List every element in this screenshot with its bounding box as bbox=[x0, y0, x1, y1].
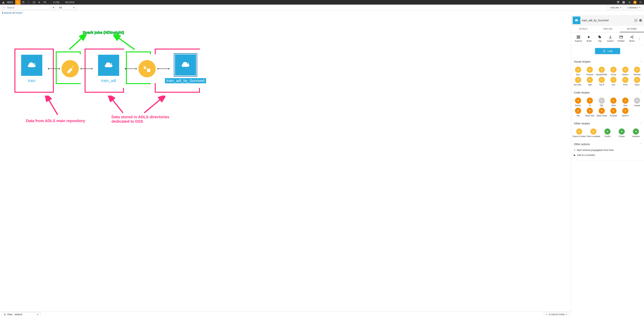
datasets-nav-icon[interactable] bbox=[20, 0, 26, 4]
filter-button[interactable] bbox=[51, 5, 56, 10]
section-other-actions-header[interactable]: Other actions ⌃ bbox=[571, 141, 644, 148]
check-icon[interactable] bbox=[634, 19, 638, 22]
recipe-split[interactable]: Split bbox=[584, 76, 596, 86]
flow-actions-button[interactable]: FLOW ACTIONS ▼ bbox=[544, 312, 569, 316]
recipe-spark-r[interactable]: Spark R bbox=[620, 107, 631, 117]
project-title[interactable]: ADLS bbox=[7, 1, 13, 4]
recipe-icon bbox=[599, 67, 605, 73]
search-icon[interactable] bbox=[638, 0, 642, 4]
section-code-header[interactable]: Code recipes ⌃ bbox=[571, 89, 644, 96]
action-publish[interactable]: Publish bbox=[616, 35, 626, 42]
recipe-hive[interactable]: Hive bbox=[620, 97, 631, 107]
tab-details[interactable]: DETAILS bbox=[571, 26, 595, 32]
recipe-icon bbox=[634, 98, 640, 104]
activity-icon[interactable] bbox=[628, 0, 631, 4]
other-action-item[interactable]: ▶Add to a scenario bbox=[574, 153, 641, 158]
lab-button[interactable]: LAB bbox=[595, 48, 620, 54]
recipe-prepare[interactable]: Prepare bbox=[584, 66, 596, 76]
jobs-nav-icon[interactable] bbox=[37, 0, 42, 4]
filter-dropdown[interactable]: All ▼ bbox=[57, 5, 76, 10]
recipe-impala[interactable]: Impala bbox=[632, 97, 643, 107]
recipes-link[interactable]: recipes bbox=[15, 11, 23, 14]
node-label: train_adl_by_Survived bbox=[165, 78, 206, 83]
recipe-icon bbox=[634, 77, 640, 83]
dataset-node-train[interactable]: train bbox=[16, 49, 48, 88]
svg-point-51 bbox=[635, 131, 636, 132]
datasets-link[interactable]: datasets bbox=[4, 11, 12, 14]
svg-point-7 bbox=[3, 7, 4, 8]
action-label: Tag bbox=[598, 40, 602, 42]
recipe-group[interactable]: Group bbox=[608, 66, 620, 76]
recipes-nav-icon[interactable] bbox=[26, 0, 31, 4]
recipe-sample-filter[interactable]: Sample/Filter bbox=[596, 66, 608, 76]
dashboards-nav-icon[interactable] bbox=[42, 0, 48, 4]
lab-label: LAB bbox=[608, 50, 612, 53]
settings-icon[interactable] bbox=[616, 0, 620, 4]
recipe-sql[interactable]: SQL bbox=[596, 97, 608, 107]
other-action-item[interactable]: ≡Start schema propagation from here bbox=[574, 148, 641, 153]
svg-rect-3 bbox=[44, 1, 46, 3]
recipe-icon bbox=[575, 77, 581, 83]
info-icon[interactable]: i bbox=[639, 19, 642, 22]
dataset-node-train-adl[interactable]: train_adl bbox=[92, 49, 125, 88]
recipe-stack[interactable]: Stack bbox=[632, 76, 643, 86]
action-build[interactable]: Build bbox=[584, 35, 594, 42]
tab-flow[interactable]: FLOW bbox=[53, 1, 60, 3]
recipe-cluster[interactable]: Cluster bbox=[615, 128, 628, 138]
flow-search-input[interactable] bbox=[6, 6, 50, 9]
action-explore[interactable]: Explore bbox=[574, 35, 583, 42]
recipe-label: PySpark bbox=[610, 115, 617, 117]
analyses-nav-icon[interactable] bbox=[31, 0, 37, 4]
flow-search-box[interactable] bbox=[2, 5, 50, 10]
recipe-pivot[interactable]: Pivot bbox=[620, 76, 631, 86]
recipe-sort[interactable]: Sort bbox=[608, 76, 620, 86]
svg-point-24 bbox=[578, 69, 578, 70]
section-other-header[interactable]: Other recipes ⌃ bbox=[571, 120, 644, 127]
recipe-spark-scala[interactable]: Spark Scala bbox=[596, 107, 608, 117]
chevron-up-icon: ⌃ bbox=[640, 123, 641, 125]
action-label: Publish bbox=[618, 40, 624, 42]
action-label: Build bbox=[587, 40, 591, 42]
recipe-shell[interactable]: Shell bbox=[608, 97, 620, 107]
section-visual-header[interactable]: Visual recipes ⌃ bbox=[571, 58, 644, 65]
user-avatar[interactable]: A bbox=[633, 0, 637, 4]
dataset-node-train-adl-by-survived[interactable]: train_adl_by_Survived bbox=[169, 49, 202, 88]
more-actions-button[interactable]: ⋮ bbox=[638, 35, 642, 42]
recipe-node-prepare[interactable] bbox=[60, 54, 81, 83]
app-logo-icon[interactable] bbox=[2, 0, 6, 4]
recipe-join-with-[interactable]: Join with... bbox=[572, 76, 584, 86]
recipe-pig[interactable]: Pig bbox=[572, 107, 584, 117]
recipe-label: Cluster bbox=[618, 135, 625, 138]
recipe-distinct[interactable]: Distinct bbox=[620, 66, 631, 76]
recipe-r[interactable]: R bbox=[584, 97, 596, 107]
help-icon[interactable]: ? bbox=[622, 0, 626, 4]
recipe-top-n[interactable]: Top N bbox=[596, 76, 608, 86]
recipe-python[interactable]: Python bbox=[572, 97, 584, 107]
recipe-pyspark[interactable]: PySpark bbox=[608, 107, 620, 117]
flow-edge bbox=[158, 69, 169, 69]
recipe-predict[interactable]: Predict bbox=[601, 128, 614, 138]
recipe-window[interactable]: Window bbox=[632, 66, 643, 76]
annotation-spark: Spark jobs (HDInsight) bbox=[83, 30, 124, 35]
recipe-label: Sample/Filter bbox=[596, 74, 607, 76]
recipe-evaluate[interactable]: Evaluate bbox=[629, 128, 643, 138]
tab-timeline[interactable]: TIMELINE bbox=[595, 26, 620, 32]
action-share[interactable]: Share bbox=[627, 35, 637, 42]
add-recipe-button[interactable]: + RECIPE ▼ bbox=[608, 5, 624, 10]
svg-point-45 bbox=[613, 110, 614, 111]
view-selector[interactable]: View : default ▼ bbox=[2, 312, 40, 316]
tab-actions[interactable]: ACTIONS bbox=[620, 26, 644, 32]
recipe-label: Window bbox=[634, 74, 640, 76]
datasets-count: 3 bbox=[2, 11, 3, 14]
action-export[interactable]: Export bbox=[606, 35, 615, 42]
recipe-node-split[interactable] bbox=[136, 54, 158, 83]
add-dataset-button[interactable]: + DATASET ▼ bbox=[625, 5, 642, 10]
recipe-sync[interactable]: Sync bbox=[572, 66, 584, 76]
flow-actions-label: FLOW ACTIONS bbox=[549, 313, 564, 316]
tab-recipes[interactable]: RECIPES bbox=[65, 1, 74, 3]
action-tag[interactable]: Tag bbox=[595, 35, 604, 42]
recipe-spark-sql[interactable]: Spark SQL bbox=[584, 107, 596, 117]
recipe-export-to-folder[interactable]: Export to folder bbox=[572, 128, 586, 138]
recipe-push-to-editable[interactable]: Push to editable bbox=[586, 128, 600, 138]
flow-nav-icon[interactable] bbox=[15, 0, 20, 4]
